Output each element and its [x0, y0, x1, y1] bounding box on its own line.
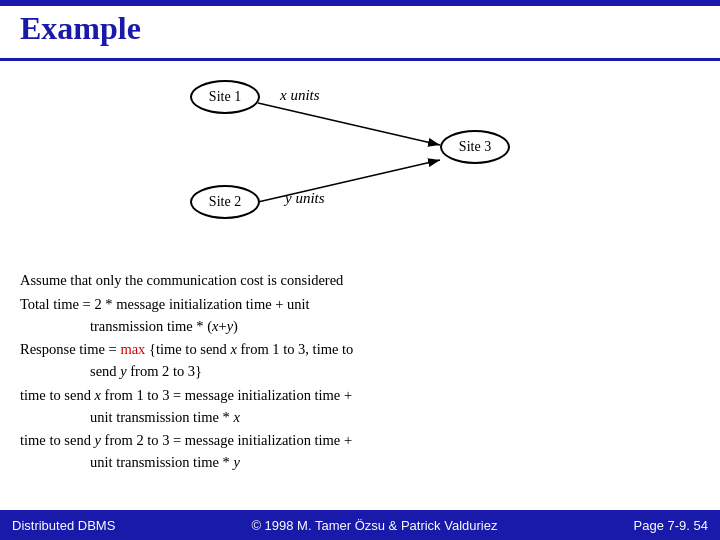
site-3: Site 3 — [440, 130, 510, 164]
footer: Distributed DBMS © 1998 M. Tamer Özsu & … — [0, 510, 720, 540]
page-title: Example — [20, 10, 141, 46]
footer-left: Distributed DBMS — [12, 518, 115, 533]
diagram: Site 1 Site 2 Site 3 x units y units — [140, 65, 580, 275]
footer-center: © 1998 M. Tamer Özsu & Patrick Valduriez — [115, 518, 633, 533]
line4: time to send x from 1 to 3 = message ini… — [20, 385, 700, 429]
x-units-label: x units — [280, 87, 320, 104]
top-border — [0, 0, 720, 6]
line3: Response time = max {time to send x from… — [20, 339, 700, 383]
site-2: Site 2 — [190, 185, 260, 219]
max-text: max — [120, 341, 145, 357]
site-1: Site 1 — [190, 80, 260, 114]
line2: Total time = 2 * message initialization … — [20, 294, 700, 338]
title-rule — [0, 58, 720, 61]
footer-right: Page 7-9. 54 — [634, 518, 708, 533]
content-area: Assume that only the communication cost … — [20, 270, 700, 476]
line5: time to send y from 2 to 3 = message ini… — [20, 430, 700, 474]
title-area: Example — [20, 10, 141, 47]
y-units-label: y units — [285, 190, 325, 207]
line1: Assume that only the communication cost … — [20, 270, 700, 292]
arrow-site1-to-site3 — [258, 103, 440, 145]
